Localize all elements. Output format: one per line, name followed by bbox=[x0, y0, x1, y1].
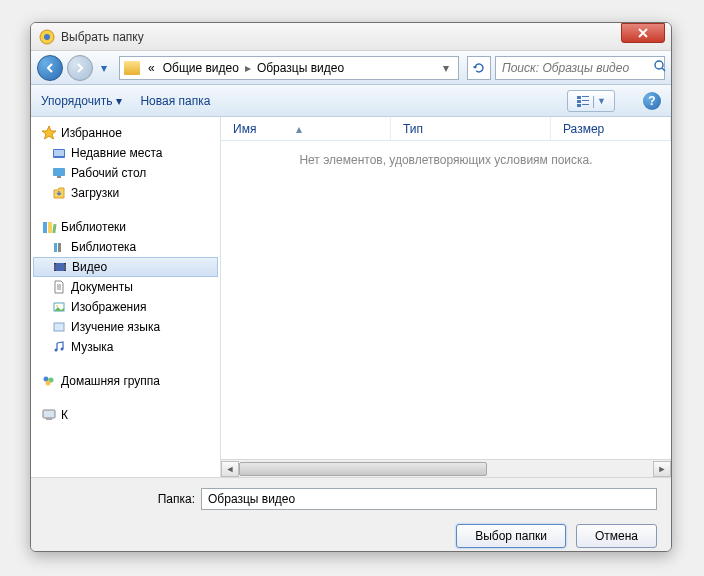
svg-rect-29 bbox=[54, 323, 64, 331]
tree-favorites[interactable]: Избранное bbox=[31, 123, 220, 143]
svg-rect-36 bbox=[46, 418, 52, 420]
file-list-pane: Имя▴ Тип Размер Нет элементов, удовлетво… bbox=[221, 117, 671, 477]
svg-rect-10 bbox=[54, 150, 64, 156]
folder-name-input[interactable] bbox=[201, 488, 657, 510]
tree-item-selected[interactable]: Видео bbox=[33, 257, 218, 277]
svg-rect-14 bbox=[48, 222, 52, 233]
tree-libraries[interactable]: Библиотеки bbox=[31, 217, 220, 237]
svg-rect-16 bbox=[54, 243, 57, 252]
svg-point-24 bbox=[65, 265, 66, 266]
svg-point-26 bbox=[65, 269, 66, 270]
tree-item[interactable]: Загрузки bbox=[31, 183, 220, 203]
recent-icon bbox=[51, 145, 67, 161]
svg-rect-3 bbox=[577, 96, 581, 99]
svg-point-30 bbox=[55, 349, 58, 352]
search-box[interactable] bbox=[495, 56, 665, 80]
horizontal-scrollbar[interactable]: ◄ ► bbox=[221, 459, 671, 477]
svg-rect-7 bbox=[577, 104, 581, 107]
toolbar: Упорядочить ▾ Новая папка | ▼ ? bbox=[31, 85, 671, 117]
svg-point-21 bbox=[55, 265, 56, 266]
select-folder-button[interactable]: Выбор папки bbox=[456, 524, 566, 548]
tree-item[interactable]: Библиотека bbox=[31, 237, 220, 257]
sort-ascending-icon: ▴ bbox=[296, 122, 302, 136]
window-title: Выбрать папку bbox=[61, 30, 144, 44]
video-icon bbox=[52, 259, 68, 275]
new-folder-button[interactable]: Новая папка bbox=[140, 94, 210, 108]
folder-label: Папка: bbox=[45, 492, 195, 506]
svg-rect-17 bbox=[58, 243, 61, 252]
nav-history-dropdown[interactable]: ▾ bbox=[97, 58, 111, 78]
svg-point-31 bbox=[61, 348, 64, 351]
breadcrumb-prefix: « bbox=[144, 61, 159, 75]
search-icon[interactable] bbox=[653, 59, 667, 76]
svg-rect-11 bbox=[53, 168, 65, 176]
homegroup-icon bbox=[41, 373, 57, 389]
refresh-button[interactable] bbox=[467, 56, 491, 80]
separator: | bbox=[592, 94, 595, 108]
svg-rect-5 bbox=[577, 100, 581, 103]
svg-point-34 bbox=[46, 381, 51, 386]
scroll-right-button[interactable]: ► bbox=[653, 461, 671, 477]
libraries-icon bbox=[41, 219, 57, 235]
tree-homegroup[interactable]: Домашняя группа bbox=[31, 371, 220, 391]
svg-point-22 bbox=[55, 267, 56, 268]
chevron-right-icon[interactable]: ▸ bbox=[243, 61, 253, 75]
navigation-tree[interactable]: Избранное Недавние места Рабочий стол За… bbox=[31, 117, 221, 477]
folder-icon bbox=[124, 61, 140, 75]
svg-rect-4 bbox=[582, 96, 589, 97]
organize-button[interactable]: Упорядочить ▾ bbox=[41, 94, 122, 108]
titlebar[interactable]: Выбрать папку bbox=[31, 23, 671, 51]
svg-rect-35 bbox=[43, 410, 55, 418]
svg-point-2 bbox=[655, 61, 663, 69]
svg-rect-8 bbox=[582, 104, 589, 105]
svg-point-25 bbox=[65, 267, 66, 268]
tree-item[interactable]: Музыка bbox=[31, 337, 220, 357]
breadcrumb-item[interactable]: Образцы видео bbox=[253, 61, 348, 75]
app-icon bbox=[39, 29, 55, 45]
music-icon bbox=[51, 339, 67, 355]
column-name[interactable]: Имя▴ bbox=[221, 117, 391, 140]
svg-point-1 bbox=[44, 34, 50, 40]
folder-picker-dialog: Выбрать папку ▾ « Общие видео ▸ Образцы … bbox=[30, 22, 672, 552]
tree-item[interactable]: Изучение языка bbox=[31, 317, 220, 337]
search-input[interactable] bbox=[502, 61, 653, 75]
navigation-bar: ▾ « Общие видео ▸ Образцы видео ▾ bbox=[31, 51, 671, 85]
forward-button[interactable] bbox=[67, 55, 93, 81]
pictures-icon bbox=[51, 299, 67, 315]
computer-icon bbox=[41, 407, 57, 423]
scroll-left-button[interactable]: ◄ bbox=[221, 461, 239, 477]
svg-rect-15 bbox=[52, 224, 56, 233]
tree-item[interactable]: Документы bbox=[31, 277, 220, 297]
chevron-down-icon: ▾ bbox=[116, 94, 122, 108]
close-button[interactable] bbox=[621, 23, 665, 43]
tree-computer[interactable]: К bbox=[31, 405, 220, 425]
back-button[interactable] bbox=[37, 55, 63, 81]
tree-item[interactable]: Недавние места bbox=[31, 143, 220, 163]
svg-point-28 bbox=[56, 305, 58, 307]
svg-rect-13 bbox=[43, 222, 47, 233]
star-icon bbox=[41, 125, 57, 141]
column-headers: Имя▴ Тип Размер bbox=[221, 117, 671, 141]
tree-item[interactable]: Рабочий стол bbox=[31, 163, 220, 183]
address-dropdown[interactable]: ▾ bbox=[438, 61, 454, 75]
view-mode-button[interactable]: | ▼ bbox=[567, 90, 615, 112]
cancel-button[interactable]: Отмена bbox=[576, 524, 657, 548]
scroll-track[interactable] bbox=[239, 461, 653, 477]
chevron-down-icon: ▼ bbox=[597, 96, 606, 106]
bottom-panel: Папка: Выбор папки Отмена bbox=[31, 477, 671, 552]
folder-icon bbox=[51, 319, 67, 335]
empty-message: Нет элементов, удовлетворяющих условиям … bbox=[221, 141, 671, 167]
scroll-thumb[interactable] bbox=[239, 462, 487, 476]
help-button[interactable]: ? bbox=[643, 92, 661, 110]
address-bar[interactable]: « Общие видео ▸ Образцы видео ▾ bbox=[119, 56, 459, 80]
library-icon bbox=[51, 239, 67, 255]
svg-point-23 bbox=[55, 269, 56, 270]
documents-icon bbox=[51, 279, 67, 295]
column-type[interactable]: Тип bbox=[391, 117, 551, 140]
downloads-icon bbox=[51, 185, 67, 201]
tree-item[interactable]: Изображения bbox=[31, 297, 220, 317]
breadcrumb-item[interactable]: Общие видео bbox=[159, 61, 243, 75]
column-size[interactable]: Размер bbox=[551, 117, 671, 140]
svg-rect-12 bbox=[57, 176, 61, 178]
dialog-body: Избранное Недавние места Рабочий стол За… bbox=[31, 117, 671, 477]
